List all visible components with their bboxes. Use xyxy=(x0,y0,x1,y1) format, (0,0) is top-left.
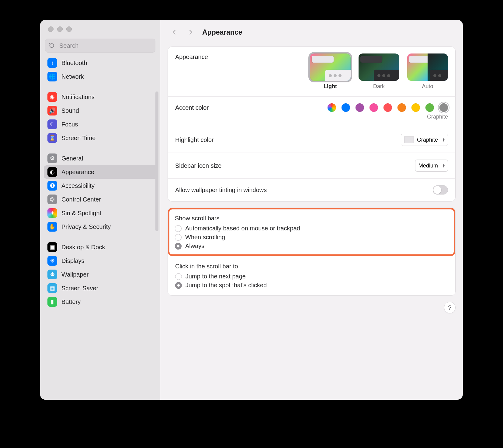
scroll-card: Show scroll bars Automatically based on … xyxy=(168,208,456,296)
accent-swatch[interactable] xyxy=(383,103,392,112)
search-input[interactable] xyxy=(59,42,151,50)
theme-label: Auto xyxy=(422,83,433,90)
click-scroll-group: Jump to the next pageJump to the spot th… xyxy=(175,272,448,289)
help-button[interactable]: ? xyxy=(444,302,456,313)
accessibility-icon: ➊ xyxy=(47,181,57,191)
sidebar-item-control-center[interactable]: ⏣Control Center xyxy=(44,193,158,206)
radio-icon xyxy=(175,225,182,232)
sidebar-item-screen-time[interactable]: ⌛Screen Time xyxy=(44,131,158,145)
accent-swatch[interactable] xyxy=(439,103,448,112)
theme-options: LightDarkAuto xyxy=(310,53,448,90)
chevron-updown-icon: ▲▼ xyxy=(441,138,446,142)
switches-icon: ⏣ xyxy=(47,195,57,204)
accent-swatch[interactable] xyxy=(356,103,364,112)
sidebar-item-general[interactable]: ⚙General xyxy=(44,152,158,165)
flower-icon: ❋ xyxy=(47,270,57,279)
sidebar-item-focus[interactable]: ☾Focus xyxy=(44,118,158,131)
sidebar-item-displays[interactable]: ☀Displays xyxy=(44,254,158,267)
sun-icon: ☀ xyxy=(47,256,57,266)
radio-icon xyxy=(175,273,182,280)
sidebar-item-battery[interactable]: ▮Battery xyxy=(44,295,158,308)
speaker-icon: 🔊 xyxy=(47,106,57,115)
accent-color-label: Accent color xyxy=(175,104,328,111)
theme-option-auto[interactable]: Auto xyxy=(407,53,448,90)
sidebar-item-label: Privacy & Security xyxy=(61,223,111,230)
network-icon: 🌐 xyxy=(47,72,57,81)
accent-swatch[interactable] xyxy=(397,103,406,112)
search-field[interactable] xyxy=(45,39,155,53)
sidebar-icon-size-label: Sidebar icon size xyxy=(175,162,409,169)
minimize-icon[interactable] xyxy=(57,26,63,32)
highlight-color-label: Highlight color xyxy=(175,136,395,143)
sidebar-item-accessibility[interactable]: ➊Accessibility xyxy=(44,179,158,192)
settings-window: ᛒBluetooth🌐Network◉Notifications🔊Sound☾F… xyxy=(40,20,463,400)
scroll-bars-option[interactable]: Always xyxy=(175,243,448,250)
scroll-bars-label: Show scroll bars xyxy=(175,215,448,222)
theme-option-light[interactable]: Light xyxy=(310,53,351,90)
sidebar-item-wallpaper[interactable]: ❋Wallpaper xyxy=(44,268,158,281)
close-icon[interactable] xyxy=(48,26,54,32)
sidebar-icon-size-select[interactable]: Medium ▲▼ xyxy=(415,160,448,172)
radio-icon xyxy=(175,243,182,250)
wallpaper-tint-switch[interactable] xyxy=(433,185,448,195)
moon-icon: ☾ xyxy=(47,119,57,129)
hand-icon: ✋ xyxy=(47,222,57,232)
click-scroll-label: Click in the scroll bar to xyxy=(175,263,448,270)
sidebar-item-privacy-security[interactable]: ✋Privacy & Security xyxy=(44,220,158,233)
highlight-color-value: Graphite xyxy=(417,137,438,143)
sidebar-item-notifications[interactable]: ◉Notifications xyxy=(44,90,158,104)
chevron-left-icon xyxy=(171,29,178,36)
accent-selected-label: Graphite xyxy=(175,114,448,120)
scroll-bars-option[interactable]: Automatically based on mouse or trackpad xyxy=(175,225,448,232)
accent-swatch[interactable] xyxy=(411,103,420,112)
sidebar-item-network[interactable]: 🌐Network xyxy=(44,70,158,83)
sidebar-item-label: Appearance xyxy=(61,169,94,176)
chevron-right-icon xyxy=(187,29,194,36)
sidebar-item-sound[interactable]: 🔊Sound xyxy=(44,104,158,117)
sidebar-scrollbar[interactable] xyxy=(155,91,158,231)
bluetooth-icon: ᛒ xyxy=(47,58,57,68)
accent-swatch[interactable] xyxy=(369,103,378,112)
highlighted-section: Show scroll bars Automatically based on … xyxy=(168,208,455,256)
sidebar-item-label: Desktop & Dock xyxy=(61,244,105,251)
back-button[interactable] xyxy=(168,26,181,38)
sidebar-item-siri-spotlight[interactable]: ✦Siri & Spotlight xyxy=(44,206,158,220)
theme-label: Dark xyxy=(373,83,385,90)
sidebar-item-label: Battery xyxy=(61,298,81,305)
scroll-bars-option[interactable]: When scrolling xyxy=(175,234,448,241)
sidebar-list: ᛒBluetooth🌐Network◉Notifications🔊Sound☾F… xyxy=(40,55,160,378)
gear-icon: ⚙ xyxy=(47,153,57,163)
accent-swatch[interactable] xyxy=(328,103,336,112)
accent-swatches xyxy=(328,103,448,112)
content: Appearance Appearance LightDarkAuto Acce… xyxy=(160,20,463,400)
contrast-icon: ◐ xyxy=(47,167,57,177)
battery-icon: ▮ xyxy=(47,297,57,307)
sidebar-item-bluetooth[interactable]: ᛒBluetooth xyxy=(44,56,158,70)
accent-swatch[interactable] xyxy=(425,103,434,112)
highlight-color-select[interactable]: Graphite ▲▼ xyxy=(401,134,448,146)
sidebar-item-label: Bluetooth xyxy=(61,60,87,67)
accent-swatch[interactable] xyxy=(342,103,350,112)
chevron-updown-icon: ▲▼ xyxy=(441,164,446,167)
click-scroll-option[interactable]: Jump to the next page xyxy=(175,273,448,280)
sidebar: ᛒBluetooth🌐Network◉Notifications🔊Sound☾F… xyxy=(40,20,160,400)
radio-label: When scrolling xyxy=(185,234,225,241)
sidebar-item-label: Focus xyxy=(61,121,78,128)
siri-icon: ✦ xyxy=(47,208,57,218)
zoom-icon[interactable] xyxy=(66,26,72,32)
sidebar-item-appearance[interactable]: ◐Appearance xyxy=(44,165,158,179)
theme-thumb-icon xyxy=(407,53,448,81)
hourglass-icon: ⌛ xyxy=(47,133,57,143)
sidebar-item-screen-saver[interactable]: ▦Screen Saver xyxy=(44,281,158,295)
sidebar-item-label: Siri & Spotlight xyxy=(61,210,101,217)
sidebar-item-label: Screen Time xyxy=(61,135,95,142)
theme-label: Light xyxy=(324,83,337,90)
screensaver-icon: ▦ xyxy=(47,283,57,293)
forward-button[interactable] xyxy=(184,26,197,38)
radio-label: Jump to the spot that's clicked xyxy=(186,282,267,289)
sidebar-item-label: General xyxy=(61,155,83,162)
theme-option-dark[interactable]: Dark xyxy=(359,53,399,90)
sidebar-item-desktop-dock[interactable]: ▣Desktop & Dock xyxy=(44,240,158,254)
click-scroll-option[interactable]: Jump to the spot that's clicked xyxy=(175,282,448,289)
titlebar: Appearance xyxy=(160,20,463,45)
